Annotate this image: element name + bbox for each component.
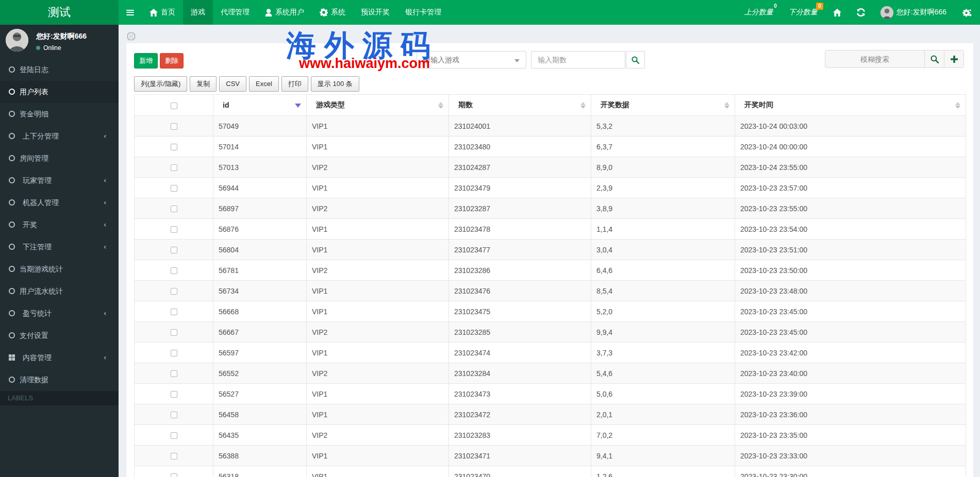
cell-result: 9,9,4 <box>591 322 735 343</box>
column-header-5[interactable]: 开奖时间 <box>735 95 966 116</box>
cell-time: 2023-10-23 23:55:00 <box>735 198 966 219</box>
cell-game: VIP1 <box>307 384 449 404</box>
dt-button-4[interactable]: Excel <box>249 76 279 92</box>
row-checkbox[interactable] <box>171 473 177 477</box>
refresh-button[interactable] <box>849 0 873 25</box>
sidebar-user-status[interactable]: Online <box>36 44 61 52</box>
row-checkbox[interactable] <box>171 432 177 439</box>
row-checkbox[interactable] <box>171 412 177 418</box>
settings-menu[interactable] <box>954 0 980 25</box>
sidebar-item-label: 资金明细 <box>20 110 48 119</box>
sidebar-item-14[interactable]: 内容管理‹ <box>0 347 119 369</box>
dt-button-5[interactable]: 打印 <box>281 76 308 92</box>
row-checkbox[interactable] <box>171 350 177 356</box>
caret-down-icon <box>514 59 520 62</box>
cell-period: 231023471 <box>449 446 591 466</box>
sidebar-item-label: 下注管理 <box>23 243 52 252</box>
sidebar-item-10[interactable]: 当期游戏统计 <box>0 258 119 280</box>
sidebar-avatar <box>6 29 28 52</box>
nav-item-1[interactable]: 首页 <box>142 0 183 25</box>
select-all-checkbox[interactable] <box>171 103 177 109</box>
row-checkbox[interactable] <box>171 391 177 398</box>
column-header-4[interactable]: 开奖数据 <box>591 95 735 116</box>
cell-game: VIP1 <box>307 219 449 240</box>
sidebar-item-1[interactable]: 登陆日志 <box>0 59 119 81</box>
nav-item-6[interactable]: 预设开奖 <box>353 0 397 25</box>
navbar-greeting: 您好:发财啊666 <box>896 8 946 17</box>
dt-button-2[interactable]: 复制 <box>190 76 217 92</box>
sidebar-menu: 登陆日志用户列表资金明细上下分管理‹房间管理玩家管理‹机器人管理‹开奖‹下注管理… <box>0 59 119 391</box>
sidebar-item-3[interactable]: 资金明细 <box>0 103 119 125</box>
row-checkbox[interactable] <box>171 206 177 212</box>
row-checkbox[interactable] <box>171 288 177 295</box>
user-menu[interactable]: 您好:发财啊666 <box>873 0 954 25</box>
cell-result: 1,2,6 <box>591 466 735 477</box>
row-select-cell <box>135 384 213 404</box>
column-header-3[interactable]: 期数 <box>449 95 591 116</box>
sidebar-item-12[interactable]: 盈亏统计‹ <box>0 302 119 325</box>
sidebar-item-13[interactable]: 支付设置 <box>0 325 119 347</box>
row-checkbox[interactable] <box>171 453 177 459</box>
nav-item-5[interactable]: 系统 <box>312 0 353 25</box>
nav-item-7[interactable]: 银行卡管理 <box>397 0 449 25</box>
cell-result: 2,0,1 <box>591 404 735 425</box>
add-row-button[interactable] <box>944 50 964 67</box>
sidebar-item-2[interactable]: 用户列表 <box>0 81 119 103</box>
column-header-1[interactable]: id <box>213 95 307 116</box>
sidebar-item-7[interactable]: 机器人管理‹ <box>0 192 119 214</box>
dt-button-1[interactable]: 列(显示/隐藏) <box>134 76 187 92</box>
sidebar-item-label: 用户流水统计 <box>20 287 63 296</box>
fuzzy-search-button[interactable] <box>924 50 944 67</box>
sidebar-item-6[interactable]: 玩家管理‹ <box>0 169 119 192</box>
row-checkbox[interactable] <box>171 370 177 377</box>
row-checkbox[interactable] <box>171 329 177 336</box>
sidebar-toggle-button[interactable] <box>119 0 142 25</box>
row-select-cell <box>135 178 213 198</box>
nav-item-3[interactable]: 代理管理 <box>213 0 257 25</box>
search-button[interactable] <box>626 51 645 69</box>
cell-result: 6,4,6 <box>591 260 735 281</box>
row-checkbox[interactable] <box>171 309 177 315</box>
fuzzy-search-input[interactable] <box>825 50 924 67</box>
sidebar-item-11[interactable]: 用户流水统计 <box>0 280 119 302</box>
sidebar-item-9[interactable]: 下注管理‹ <box>0 236 119 258</box>
nav-item-2[interactable]: 游戏 <box>183 0 213 25</box>
sidebar-item-8[interactable]: 开奖‹ <box>0 214 119 236</box>
nav-item-label: 首页 <box>161 8 175 17</box>
dt-button-3[interactable]: CSV <box>219 76 246 92</box>
add-button[interactable]: 新增 <box>134 53 158 69</box>
score-up-label: 上分数量 <box>744 8 773 17</box>
sidebar-item-label: 内容管理 <box>23 353 52 363</box>
sidebar-item-5[interactable]: 房间管理 <box>0 147 119 169</box>
chevron-left-icon: ‹ <box>103 353 107 362</box>
sidebar-item-label: 玩家管理 <box>23 176 52 185</box>
datatable-buttons: 列(显示/隐藏)复制CSVExcel打印显示 100 条 <box>134 76 362 92</box>
score-up-item[interactable]: 上分数量 0 <box>737 0 781 25</box>
row-checkbox[interactable] <box>171 164 177 171</box>
row-checkbox[interactable] <box>171 123 177 130</box>
circle-icon <box>9 199 15 206</box>
sidebar-item-4[interactable]: 上下分管理‹ <box>0 125 119 147</box>
row-checkbox[interactable] <box>171 267 177 274</box>
delete-button[interactable]: 删除 <box>160 53 184 69</box>
row-checkbox[interactable] <box>171 247 177 253</box>
row-checkbox[interactable] <box>171 185 177 192</box>
cell-period: 231023284 <box>449 363 591 384</box>
sidebar-item-15[interactable]: 清理数据 <box>0 369 119 391</box>
cell-time: 2023-10-24 23:55:00 <box>735 157 966 178</box>
dt-button-6[interactable]: 显示 100 条 <box>311 76 359 92</box>
cell-period: 231023470 <box>449 466 591 477</box>
home-shortcut-button[interactable] <box>825 0 849 25</box>
sidebar: 您好:发财啊666 Online 登陆日志用户列表资金明细上下分管理‹房间管理玩… <box>0 25 119 477</box>
period-input[interactable] <box>531 51 625 69</box>
chevron-left-icon: ‹ <box>103 243 107 251</box>
row-select-cell <box>135 219 213 240</box>
row-checkbox[interactable] <box>171 226 177 233</box>
column-header-2[interactable]: 游戏类型 <box>307 95 449 116</box>
game-select[interactable]: 请输入游戏 <box>417 51 526 69</box>
row-checkbox[interactable] <box>171 144 177 150</box>
brand-logo[interactable]: 测试 <box>0 0 119 25</box>
score-down-item[interactable]: 下分数量 0 <box>781 0 825 25</box>
nav-item-4[interactable]: 系统用户 <box>257 0 312 25</box>
circle-icon <box>9 89 15 95</box>
